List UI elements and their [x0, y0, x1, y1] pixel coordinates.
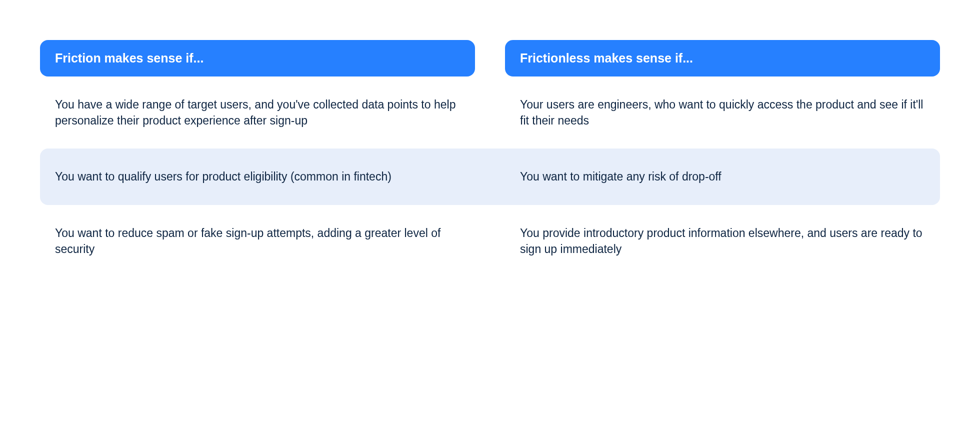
table-cell: You want to reduce spam or fake sign-up … [40, 205, 475, 277]
table-cell: You provide introductory product informa… [505, 205, 940, 277]
table-header-row: Friction makes sense if... Frictionless … [40, 40, 940, 76]
table-row: You want to qualify users for product el… [40, 148, 940, 204]
column-header-frictionless: Frictionless makes sense if... [505, 40, 940, 76]
table-row: You have a wide range of target users, a… [40, 76, 940, 148]
table-cell: Your users are engineers, who want to qu… [505, 76, 940, 148]
table-cell: You want to mitigate any risk of drop-of… [505, 148, 940, 204]
column-header-friction: Friction makes sense if... [40, 40, 475, 76]
table-cell: You want to qualify users for product el… [40, 148, 475, 204]
comparison-table: Friction makes sense if... Frictionless … [40, 40, 940, 277]
table-row: You want to reduce spam or fake sign-up … [40, 205, 940, 277]
table-cell: You have a wide range of target users, a… [40, 76, 475, 148]
